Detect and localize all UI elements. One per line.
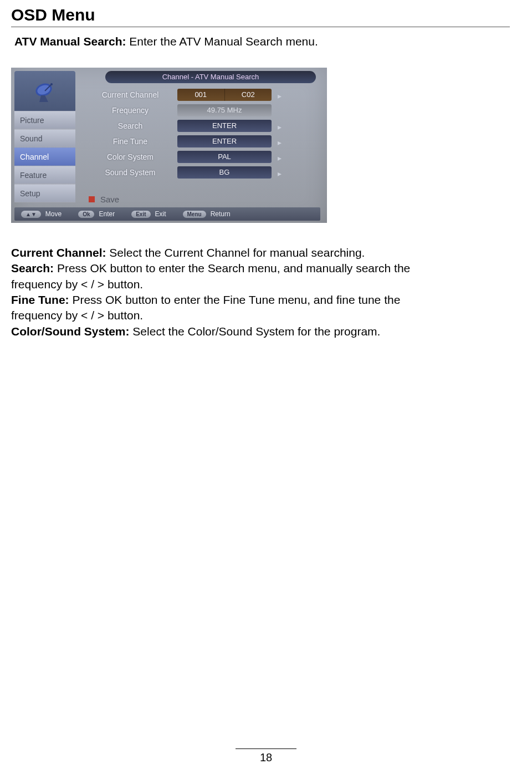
updown-badge-icon: ▲▼ [21,211,41,218]
page-title: OSD Menu [11,6,510,24]
row-label: Current Channel [83,90,177,99]
row-value-text: ENTER [212,121,237,130]
footer-hint-enter: Ok Enter [78,210,115,218]
page-footer: 18 [0,748,532,764]
intro-text: Enter the ATV Manual Search menu. [126,35,318,48]
sidebar-item-sound[interactable]: Sound [14,129,75,147]
osd-row-fine-tune[interactable]: Fine Tune ENTER ▸ [83,134,320,149]
row-label: Search [83,121,177,130]
row-value-text: ENTER [212,137,237,145]
row-value-fine-tune: ENTER ▸ [177,135,272,147]
osd-screenshot: Picture Sound Channel Feature Setup Chan… [11,68,327,223]
desc-text: Press OK button to enter the Fine Tune m… [11,293,400,322]
osd-category-icon-box [14,71,75,111]
desc-current-channel: Current Channel: Select the Current Chan… [11,245,432,261]
row-value-text: BG [219,168,230,176]
osd-body: Current Channel 001 C02 ▸ Frequency 49.7… [83,88,320,206]
footer-hint-return: Menu Return [183,210,231,218]
osd-row-current-channel[interactable]: Current Channel 001 C02 ▸ [83,88,320,102]
desc-bold: Color/Sound System: [11,325,130,338]
footer-label: Exit [155,210,166,218]
chevron-right-icon: ▸ [278,90,282,102]
exit-badge-icon: Exit [131,211,150,218]
menu-badge-icon: Menu [183,211,206,218]
row-label: Fine Tune [83,137,177,146]
chevron-right-icon: ▸ [278,121,282,133]
intro-bold: ATV Manual Search: [14,35,126,48]
desc-text: Select the Color/Sound System for the pr… [130,325,381,338]
desc-search: Search: Press OK button to enter the Sea… [11,261,432,292]
desc-text: Select the Current Channel for manual se… [106,246,365,259]
current-channel-id: C02 [225,89,272,101]
satellite-dish-icon [33,79,57,103]
osd-row-color-system[interactable]: Color System PAL ▸ [83,150,320,164]
desc-bold: Current Channel: [11,246,106,259]
svg-point-3 [50,83,53,85]
row-value-search: ENTER ▸ [177,120,272,132]
row-value-current-channel: 001 C02 ▸ [177,89,272,101]
row-label: Sound System [83,168,177,177]
osd-row-search[interactable]: Search ENTER ▸ [83,119,320,133]
sidebar-item-picture[interactable]: Picture [14,111,75,129]
footer-label: Return [211,210,231,218]
page-rule [11,27,510,27]
row-value-text: PAL [218,152,231,161]
chevron-right-icon: ▸ [278,167,282,180]
osd-row-frequency: Frequency 49.75 MHz [83,103,320,118]
osd-sidebar: Picture Sound Channel Feature Setup [14,71,75,202]
desc-bold: Search: [11,262,54,274]
page-number: 18 [0,751,532,764]
desc-bold: Fine Tune: [11,293,69,306]
sidebar-item-channel[interactable]: Channel [14,147,75,166]
row-value-frequency: 49.75 MHz [177,104,272,116]
sidebar-item-feature[interactable]: Feature [14,166,75,184]
chevron-right-icon: ▸ [278,136,282,149]
save-label: Save [100,195,119,204]
footer-label: Move [45,210,62,218]
ok-badge-icon: Ok [78,211,94,218]
footer-label: Enter [99,210,115,218]
row-value-color-system: PAL ▸ [177,151,272,163]
row-label: Frequency [83,106,177,115]
current-channel-number: 001 [177,89,225,101]
sidebar-item-setup[interactable]: Setup [14,184,75,202]
row-label: Color System [83,152,177,161]
footer-hint-exit: Exit Exit [131,210,166,218]
description-block: Current Channel: Select the Current Chan… [11,245,432,339]
footer-hint-move: ▲▼ Move [21,210,62,218]
page-number-rule [236,748,296,749]
desc-fine-tune: Fine Tune: Press OK button to enter the … [11,292,432,324]
osd-titlebar: Channel - ATV Manual Search [105,71,316,83]
row-value-sound-system: BG ▸ [177,166,272,179]
red-button-icon [89,196,95,202]
desc-color-sound-system: Color/Sound System: Select the Color/Sou… [11,324,432,339]
chevron-right-icon: ▸ [278,152,282,164]
desc-text: Press OK button to enter the Search menu… [11,262,410,290]
osd-row-sound-system[interactable]: Sound System BG ▸ [83,165,320,180]
intro-line: ATV Manual Search: Enter the ATV Manual … [14,35,510,48]
osd-save-hint: Save [89,195,119,204]
osd-footer: ▲▼ Move Ok Enter Exit Exit Menu Return [14,207,320,221]
